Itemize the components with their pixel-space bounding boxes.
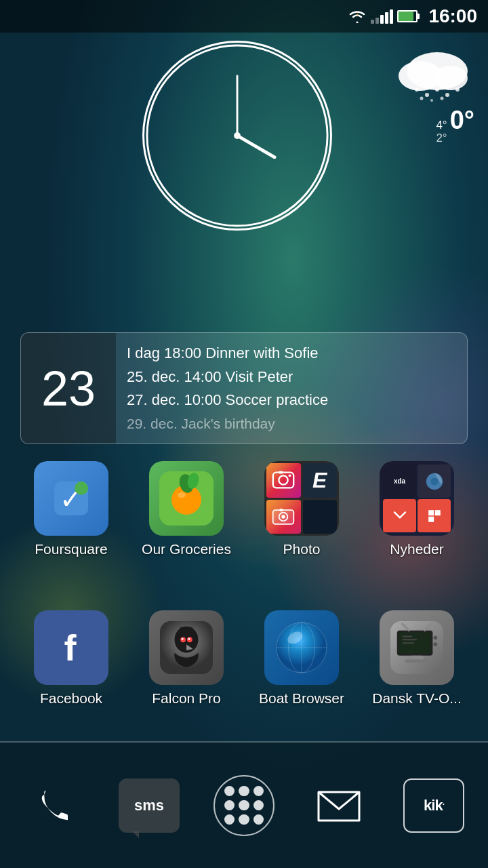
status-bar: ↓ 16:00 [0,0,488,33]
groceries-label: Our Groceries [142,541,231,557]
weather-temp-main: 0° [450,107,474,133]
svg-point-8 [415,87,419,92]
svg-point-18 [75,481,88,495]
svg-point-31 [282,515,285,518]
facebook-icon: f [34,610,108,685]
apps-dot-8 [239,814,249,825]
app-falcon-pro[interactable]: Falcon Pro [136,610,237,707]
foursquare-label: Foursquare [35,541,107,557]
calendar-event-1: I dag 18:00 Dinner with Sofie [127,344,456,363]
apps-dot-4 [224,800,235,810]
photo-cell-3 [266,500,301,534]
nyheder-flip-cell [418,499,451,532]
app-grid-row-2: f Facebook [0,610,488,707]
app-foursquare[interactable]: ✓ Foursquare [20,461,122,557]
svg-point-14 [441,97,444,100]
photo-label: Photo [283,541,321,557]
facebook-label: Facebook [40,690,102,707]
photo-cell-4 [303,500,338,534]
calendar-event-2: 25. dec. 14:00 Visit Peter [127,368,456,387]
app-our-groceries[interactable]: Our Groceries [136,461,237,557]
svg-rect-57 [405,660,428,663]
camera-icon-2 [271,505,296,529]
calendar-event-4: 29. dec. Jack's birthday [127,414,456,433]
svg-text:f: f [64,627,77,668]
calendar-widget[interactable]: 23 I dag 18:00 Dinner with Sofie 25. dec… [20,332,468,444]
dock-sms[interactable]: sms [115,772,183,840]
app-dansk-tv[interactable]: Dansk TV-O... [366,610,468,707]
dock-kik[interactable]: kik. [400,772,468,840]
svg-rect-32 [280,509,283,511]
nyheder-xda-cell: xda [383,465,416,498]
calendar-event-3: 27. dec. 10:00 Soccer practice [127,391,456,410]
weather-cloud-icon [393,47,474,102]
nyheder-grid: xda [382,463,452,534]
clock-face [142,41,332,231]
calendar-date-box: 23 [21,333,116,443]
apps-dot-6 [253,800,264,810]
svg-point-23 [178,492,186,498]
svg-point-4 [234,132,241,139]
dock-phone[interactable] [20,772,88,840]
svg-rect-37 [428,516,434,521]
svg-text:↓: ↓ [356,11,359,17]
photo-icon: E [264,461,339,536]
foursquare-icon: ✓ [34,461,108,536]
dock: sms kik. [0,743,488,868]
photo-cell-1 [266,463,301,498]
apps-dot-1 [224,786,235,796]
svg-rect-60 [403,635,413,637]
pocket-icon [392,508,408,524]
battery-icon [397,10,418,22]
svg-rect-35 [428,510,434,515]
nyheder-cam-cell [418,465,451,498]
svg-point-58 [433,635,437,639]
svg-rect-62 [403,642,415,644]
app-boat-browser[interactable]: Boat Browser [251,610,352,707]
app-photo[interactable]: E Photo [251,461,352,557]
apps-dot-2 [239,786,249,796]
svg-point-44 [188,638,190,640]
svg-point-26 [289,475,291,477]
apps-grid-icon [214,775,274,836]
weather-widget: 4° 2° 0° [393,47,474,144]
email-icon [315,785,363,826]
app-facebook[interactable]: f Facebook [20,610,122,707]
boat-browser-label: Boat Browser [259,690,344,707]
apps-dot-5 [239,800,249,810]
svg-point-59 [433,642,437,646]
clock-widget [142,41,346,244]
sms-bubble: sms [119,778,180,833]
svg-rect-36 [434,510,440,515]
svg-point-10 [435,87,439,92]
calendar-date-number: 23 [41,361,96,416]
phone-icon [33,783,77,827]
app-nyheder[interactable]: xda [366,461,468,557]
kik-icon: kik. [403,778,464,833]
nyheder-label: Nyheder [390,541,443,557]
facebook-logo: f [47,624,95,671]
nyheder-pocket-cell [383,499,416,532]
svg-point-7 [434,66,468,90]
nyheder-icon: xda [380,461,454,536]
svg-point-9 [425,93,429,97]
camera-icon-1 [270,467,296,493]
dansk-tv-label: Dansk TV-O... [372,690,462,707]
dansk-tv-icon [380,610,454,685]
groceries-logo [159,471,214,526]
svg-point-11 [445,93,449,97]
apps-dot-3 [253,786,264,796]
apps-dot-9 [253,814,264,825]
svg-rect-27 [279,471,283,474]
svg-rect-56 [410,656,424,660]
dock-email[interactable] [305,772,373,840]
svg-point-43 [182,638,184,640]
dock-apps-launcher[interactable] [210,772,278,840]
flipboard-icon [426,508,443,524]
signal-icon [371,9,393,24]
foursquare-logo: ✓ [44,471,98,526]
dansk-tv-logo [390,621,443,674]
weather-temp-low: 2° [436,132,447,145]
svg-point-15 [430,99,433,102]
app-grid-row-1: ✓ Foursquare Our Groceries [0,461,488,557]
